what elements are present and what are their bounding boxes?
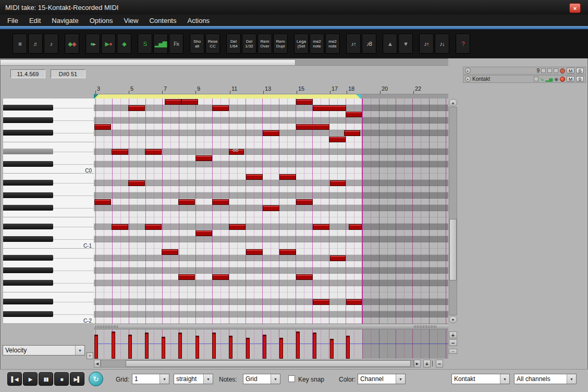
velocity-bar[interactable] xyxy=(330,339,334,359)
record-arm-button[interactable] xyxy=(560,68,565,74)
nav-down-button[interactable]: ▼ xyxy=(398,34,413,54)
lane-resize-divider[interactable] xyxy=(94,324,448,329)
menu-view[interactable]: View xyxy=(124,17,138,24)
midi-note[interactable] xyxy=(296,199,313,205)
piano-key-black[interactable] xyxy=(3,236,53,242)
note-grid[interactable]: ↔ xyxy=(94,99,448,324)
midi-note[interactable] xyxy=(181,99,198,105)
midi-note[interactable] xyxy=(165,99,181,105)
midi-note[interactable] xyxy=(313,105,346,111)
piano-key-black[interactable] xyxy=(3,280,53,286)
notes-dropdown[interactable]: Grid ▼ xyxy=(243,374,280,384)
midi-note[interactable] xyxy=(246,174,263,180)
pause-button[interactable]: ▮▮ xyxy=(39,372,53,386)
midi-note[interactable] xyxy=(195,155,212,161)
notation-view-button[interactable]: ♪ xyxy=(44,34,58,54)
velocity-bar[interactable] xyxy=(178,333,182,359)
stop-button[interactable]: ■ xyxy=(54,372,69,386)
midi-note[interactable] xyxy=(296,99,313,105)
top-horizontal-scrollbar[interactable] xyxy=(0,58,448,66)
scroll-right-button[interactable]: ▶ xyxy=(414,360,421,368)
vertical-scrollbar-thumb[interactable] xyxy=(449,219,457,280)
timeline-ruler[interactable]: 357911131517182022 xyxy=(94,82,448,94)
go-to-end-button[interactable]: ▶▌ xyxy=(70,372,84,386)
play-button[interactable]: ▶ xyxy=(23,372,38,386)
midi-note[interactable] xyxy=(279,249,296,255)
sync-loop-button[interactable]: ↻ xyxy=(89,372,103,386)
zoom-out-horizontal-button[interactable]: − xyxy=(436,360,443,368)
piano-key-black[interactable] xyxy=(3,267,53,273)
horizontal-scrollbar-thumb[interactable] xyxy=(126,360,411,367)
piano-key-black[interactable] xyxy=(3,224,53,229)
midi-note[interactable] xyxy=(229,224,246,230)
cc-lane-selector[interactable]: Velocity ▼ xyxy=(3,345,85,356)
delete-1-64-button[interactable]: Del1/64 xyxy=(226,34,241,54)
track-option-icon[interactable] xyxy=(541,68,546,73)
reset-cc-button[interactable]: ReseCC xyxy=(205,34,220,54)
scroll-up-button[interactable]: ▲ xyxy=(449,99,457,106)
go-to-start-button[interactable]: ▌◀ xyxy=(7,372,22,386)
piano-key-black[interactable] xyxy=(3,299,53,304)
preview-play-button[interactable]: ▶● xyxy=(101,34,116,54)
menu-navigate[interactable]: Navigate xyxy=(52,17,78,24)
velocity-bar[interactable] xyxy=(112,332,115,359)
midi-note[interactable] xyxy=(195,230,212,236)
key-snap-checkbox[interactable] xyxy=(288,375,295,382)
midi-note[interactable] xyxy=(344,130,360,136)
grid-type-dropdown[interactable]: straight ▼ xyxy=(174,374,213,384)
transpose-semitone-up-button[interactable]: ♪↑ xyxy=(419,34,434,54)
track-row-kontakt[interactable]: ▸ Kontakt ↘ ▂▅ ◉ M S xyxy=(463,75,586,83)
delete-1-32-button[interactable]: Del1/32 xyxy=(242,34,256,54)
color-dropdown[interactable]: Channel ▼ xyxy=(358,374,406,384)
glue-notes-button[interactable]: S xyxy=(138,34,152,54)
mute-button[interactable]: M xyxy=(567,76,574,82)
mute-button[interactable]: M xyxy=(567,68,574,74)
track-expand-icon[interactable]: ▸ xyxy=(465,76,471,82)
midi-note[interactable] xyxy=(349,224,362,230)
piano-key-black[interactable] xyxy=(3,205,53,211)
drum-map-view-button[interactable]: ♬ xyxy=(28,34,43,54)
midi-note[interactable] xyxy=(246,249,263,255)
midi-note[interactable] xyxy=(313,299,329,305)
midi-note[interactable] xyxy=(296,124,329,130)
velocity-bar[interactable] xyxy=(246,338,250,359)
zoom-in-horizontal-button[interactable]: + xyxy=(423,360,431,368)
velocity-bar[interactable] xyxy=(212,333,216,359)
zoom-in-vertical-button[interactable]: + xyxy=(449,332,457,338)
midi-note[interactable] xyxy=(178,199,195,205)
midi-note[interactable] xyxy=(212,105,229,111)
help-button[interactable]: ? xyxy=(456,34,470,54)
piano-key-black[interactable] xyxy=(3,161,53,167)
midi-note[interactable] xyxy=(112,224,128,230)
velocity-bar[interactable] xyxy=(162,337,165,359)
piano-keyboard[interactable]: C0C-1C-2 xyxy=(3,99,95,324)
vertical-scrollbar[interactable] xyxy=(449,107,457,315)
close-button[interactable]: × xyxy=(569,3,581,13)
midi-note[interactable] xyxy=(162,249,178,255)
track-option-icon[interactable] xyxy=(547,68,552,73)
midi-note[interactable] xyxy=(263,205,279,211)
midi-note[interactable] xyxy=(279,174,296,180)
velocity-lane[interactable] xyxy=(94,329,448,359)
record-arm-button[interactable] xyxy=(560,77,565,82)
piano-key-black[interactable] xyxy=(3,130,53,136)
transpose-octave-up-button[interactable]: ♪↑ xyxy=(346,34,361,54)
midi-note[interactable] xyxy=(112,149,128,155)
menu-edit[interactable]: Edit xyxy=(29,17,41,24)
scroll-down-button[interactable]: ▼ xyxy=(449,316,457,323)
remove-overlaps-button[interactable]: RemOver xyxy=(258,34,272,54)
midi-note[interactable] xyxy=(128,180,145,186)
top-scrollbar-thumb[interactable] xyxy=(0,59,296,66)
quantize-settings-button[interactable]: ◆◆ xyxy=(65,34,79,54)
me2-note-button-1[interactable]: me2note xyxy=(310,34,324,54)
menu-file[interactable]: File xyxy=(7,17,18,24)
velocity-bar[interactable] xyxy=(296,332,300,359)
piano-key-black[interactable] xyxy=(3,192,53,198)
midi-note[interactable] xyxy=(94,124,111,130)
solo-button[interactable]: S xyxy=(576,68,584,74)
solo-button[interactable]: S xyxy=(576,76,584,82)
piano-key-black[interactable] xyxy=(3,311,53,317)
add-cc-lane-button[interactable]: + xyxy=(87,352,93,359)
menu-actions[interactable]: Actions xyxy=(187,17,210,24)
midi-note[interactable] xyxy=(145,149,162,155)
